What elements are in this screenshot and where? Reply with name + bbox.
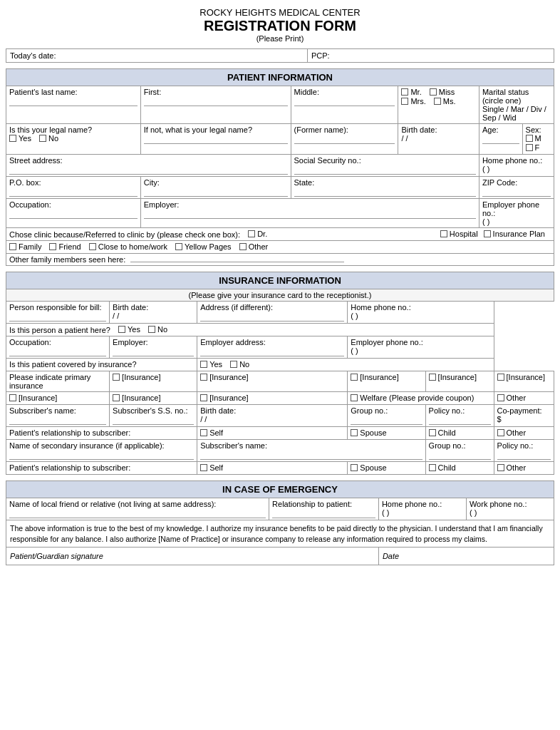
group-no2-label: Group no.:: [429, 441, 491, 450]
ins7-cell: [Insurance]: [110, 392, 197, 405]
child2-option[interactable]: Child: [429, 463, 456, 472]
ins7-option[interactable]: [Insurance]: [113, 394, 160, 402]
ins-yes-option[interactable]: Yes: [118, 325, 140, 334]
form-title: REGISTRATION FORM: [6, 18, 554, 34]
date-cell[interactable]: Date: [378, 548, 554, 565]
insurance-plan-option[interactable]: Insurance Plan: [484, 230, 545, 238]
yes-option[interactable]: Yes: [9, 134, 31, 143]
emergency-header: IN CASE OF EMERGENCY: [6, 481, 554, 498]
miss-option[interactable]: Miss: [430, 88, 455, 96]
group-no-cell: Group no.:: [348, 405, 425, 427]
ms-option[interactable]: Ms.: [434, 97, 456, 106]
ins-employer-label: Employer:: [113, 338, 194, 346]
last-name-label: Patient's last name:: [9, 88, 78, 96]
state-cell: State:: [291, 177, 479, 199]
other-rel-cell: Other: [494, 427, 554, 440]
self2-cell: Self: [197, 462, 348, 475]
ins-home-phone-label: Home phone no.:: [351, 303, 490, 312]
ins1-option[interactable]: [Insurance]: [113, 373, 160, 381]
yellow-pages-option[interactable]: Yellow Pages: [175, 242, 232, 251]
primary-ins-label: Please indicate primary insurance: [9, 373, 90, 390]
zip-cell: ZIP Code:: [479, 177, 554, 199]
street-address-label: Street address:: [9, 156, 288, 165]
family-members-label: Other family members seen here:: [9, 255, 125, 264]
ins5-option[interactable]: [Insurance]: [497, 373, 545, 381]
employer-address-label: Employer address:: [200, 338, 344, 346]
child-option[interactable]: Child: [429, 428, 456, 437]
close-option[interactable]: Close to home/work: [89, 242, 167, 251]
group-no-label: Group no.:: [351, 406, 422, 415]
secondary-ins-cell: Name of secondary insurance (if applicab…: [6, 440, 197, 462]
legal-name-cell: Is this your legal name? Yes No: [6, 124, 141, 155]
ins4-option[interactable]: [Insurance]: [429, 373, 477, 381]
occupation-cell: Occupation:: [6, 199, 141, 228]
address-diff-label: Address (if different):: [200, 303, 344, 312]
copay-cell: Co-payment: $: [494, 405, 554, 427]
spouse2-option[interactable]: Spouse: [351, 463, 386, 472]
todays-date-label: Today's date:: [10, 51, 56, 60]
page-header: ROCKY HEIGHTS MEDICAL CENTER REGISTRATIO…: [6, 7, 554, 43]
family-option[interactable]: Family: [9, 242, 41, 251]
spouse2-cell: Spouse: [348, 462, 425, 475]
ins8-option[interactable]: [Insurance]: [200, 394, 248, 402]
no-option[interactable]: No: [39, 134, 58, 143]
ssn-label: Social Security no.:: [294, 156, 476, 165]
insurance-header: INSURANCE INFORMATION: [6, 272, 554, 289]
friend-name-cell: Name of local friend or relative (not li…: [6, 498, 269, 520]
top-date-table: Today's date: PCP:: [6, 48, 554, 63]
pcp-cell: PCP:: [307, 49, 554, 63]
other-rel-option[interactable]: Other: [497, 428, 527, 437]
disclaimer-text: The above information is true to the bes…: [10, 524, 543, 543]
ins2-option[interactable]: [Insurance]: [200, 373, 248, 381]
subscriber-name-cell: Subscriber's name:: [6, 405, 110, 427]
ins-birth-date-cell: Birth date: / /: [110, 302, 197, 324]
ins6-option[interactable]: [Insurance]: [9, 394, 57, 402]
zip-label: ZIP Code:: [482, 178, 551, 187]
referral-options-cell: Family Friend Close to home/work Yellow …: [6, 241, 554, 254]
marital-label: Marital status (circle one): [482, 88, 551, 105]
relationship2-label-cell: Patient's relationship to subscriber:: [6, 462, 197, 475]
m-option[interactable]: M: [526, 134, 541, 143]
other-ins-option[interactable]: Other: [497, 394, 527, 402]
first-name-cell: First:: [140, 86, 291, 124]
if-not-label: If not, what is your legal name?: [144, 125, 288, 134]
other-ins-cell: Other: [494, 392, 554, 405]
other-referral-option[interactable]: Other: [239, 242, 269, 251]
home-phone-cell: Home phone no.: ( ): [479, 155, 554, 177]
marital-status-cell: Marital status (circle one) Single / Mar…: [479, 86, 554, 124]
mrs-option[interactable]: Mrs.: [401, 97, 425, 106]
birth-date2-label: Birth date:: [200, 406, 344, 415]
relationship2-label: Patient's relationship to subscriber:: [9, 463, 130, 472]
disclaimer-cell: The above information is true to the bes…: [6, 520, 554, 548]
is-patient-label: Is this person a patient here?: [9, 326, 110, 334]
spouse-option[interactable]: Spouse: [351, 428, 386, 437]
hospital-option[interactable]: Hospital: [440, 230, 478, 238]
signature-cell[interactable]: Patient/Guardian signature: [6, 548, 379, 565]
ins-employer-phone-cell: Employer phone no.: ( ): [348, 336, 494, 359]
ins3-option[interactable]: [Insurance]: [351, 373, 398, 381]
mr-option[interactable]: Mr.: [401, 88, 421, 96]
ins-home-phone-cell: Home phone no.: ( ): [348, 302, 494, 324]
first-label: First:: [144, 88, 161, 96]
ins-no-option[interactable]: No: [148, 325, 167, 334]
other2-option[interactable]: Other: [497, 463, 527, 472]
emerg-home-phone-label: Home phone no.:: [382, 500, 463, 508]
covered-yes-option[interactable]: Yes: [200, 360, 222, 369]
emerg-work-phone-label: Work phone no.:: [470, 500, 551, 508]
other2-cell: Other: [494, 462, 554, 475]
ins2-cell: [Insurance]: [197, 371, 348, 392]
f-option[interactable]: F: [526, 143, 540, 152]
friend-option[interactable]: Friend: [49, 242, 81, 251]
dr-option[interactable]: Dr.: [248, 230, 267, 238]
center-name: ROCKY HEIGHTS MEDICAL CENTER: [6, 7, 554, 18]
city-label: City:: [144, 178, 288, 187]
covered-no-option[interactable]: No: [230, 360, 249, 369]
self2-option[interactable]: Self: [200, 463, 223, 472]
employer-address-cell: Employer address:: [197, 336, 348, 359]
ssn-cell: Social Security no.:: [291, 155, 479, 177]
self-option[interactable]: Self: [200, 428, 223, 437]
employer-label: Employer:: [144, 200, 476, 209]
home-phone-label: Home phone no.:: [482, 156, 551, 165]
covered-options-cell: Yes No: [197, 359, 494, 371]
welfare-option[interactable]: Welfare (Please provide coupon): [351, 394, 474, 402]
